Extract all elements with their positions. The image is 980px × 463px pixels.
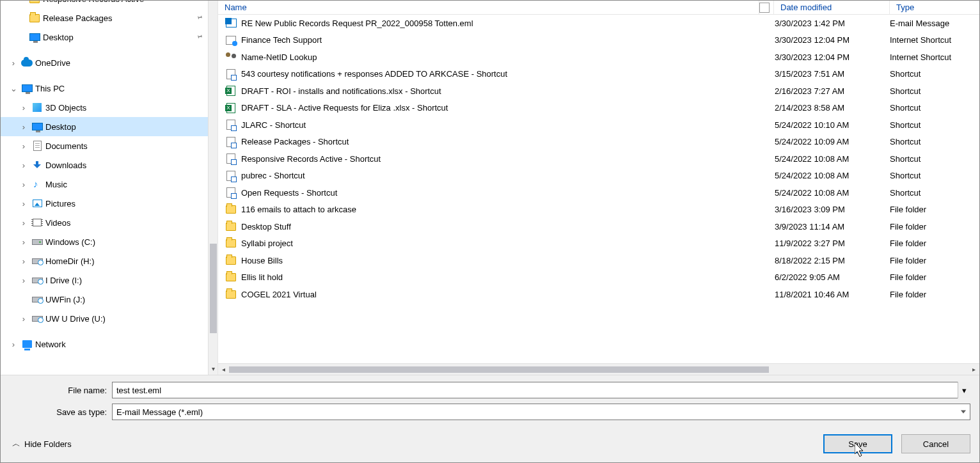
file-icon	[225, 271, 237, 284]
file-row[interactable]: Ellis lit hold6/2/2022 9:05 AMFile folde…	[218, 269, 979, 286]
tree-item-label: Music	[45, 180, 67, 189]
tree-item[interactable]: ›Documents	[1, 136, 209, 155]
file-row[interactable]: House Bills8/18/2022 2:15 PMFile folder	[218, 252, 979, 269]
column-header-name[interactable]: Name	[218, 3, 759, 12]
file-type: Shortcut	[890, 120, 979, 130]
file-date: 3/15/2023 7:51 AM	[775, 69, 890, 79]
chevron-down-icon[interactable]: ▾	[209, 364, 218, 373]
expand-chevron-icon[interactable]: ›	[19, 161, 29, 170]
expand-chevron-icon[interactable]: ›	[19, 180, 29, 189]
file-row[interactable]: 543 courtesy notifications + responses A…	[218, 66, 979, 83]
file-row[interactable]: Responsive Records Active - Shortcut5/24…	[218, 150, 979, 168]
file-row[interactable]: RE New Public Records Request PR_2022_00…	[218, 15, 979, 32]
file-row[interactable]: JLARC - Shortcut5/24/2022 10:10 AMShortc…	[218, 116, 979, 134]
tree-item[interactable]: ›Downloads	[1, 155, 209, 175]
tree-item[interactable]: ›Videos	[1, 213, 209, 232]
file-row[interactable]: Release Packages - Shortcut5/24/2022 10:…	[218, 134, 979, 151]
filename-input[interactable]	[112, 382, 970, 398]
save-button[interactable]: Save	[823, 434, 892, 453]
file-type: File folder	[890, 256, 979, 265]
quick-access-item[interactable]: Release Packages	[1, 8, 209, 27]
tree-item[interactable]: ›Network	[1, 334, 209, 354]
monitor-icon	[29, 33, 40, 41]
expand-chevron-icon[interactable]: ›	[19, 314, 29, 324]
tree-item[interactable]: ›I Drive (I:)	[1, 271, 209, 290]
expand-chevron-icon[interactable]: ⌄	[8, 84, 19, 93]
file-row[interactable]: 116 emails to attach to arkcase3/16/2023…	[218, 201, 979, 219]
tree-item[interactable]: ›Desktop	[1, 117, 209, 136]
sidebar-scrollbar-thumb[interactable]	[210, 244, 217, 333]
savetype-combobox[interactable]: E-mail Message (*.eml)	[112, 404, 970, 420]
tree-item-label: Windows (C:)	[45, 237, 95, 247]
tree-item[interactable]: ›UW U Drive (U:)	[1, 309, 209, 328]
file-row[interactable]: Open Requests - Shortcut5/24/2022 10:08 …	[218, 184, 979, 201]
file-name: DRAFT - SLA - Active Requests for Eliza …	[241, 103, 775, 113]
expand-chevron-icon[interactable]: ›	[19, 276, 29, 285]
file-date: 5/24/2022 10:10 AM	[775, 120, 890, 130]
expand-chevron-icon[interactable]: ›	[19, 141, 29, 151]
expand-chevron-icon[interactable]: ›	[19, 218, 29, 228]
expand-chevron-icon[interactable]: ›	[8, 340, 19, 349]
cancel-button[interactable]: Cancel	[901, 434, 970, 453]
file-type: Shortcut	[890, 154, 979, 164]
lnk-icon	[226, 171, 235, 181]
tree-item[interactable]: ›HomeDir (H:)	[1, 251, 209, 271]
hscrollbar-thumb[interactable]	[229, 366, 769, 373]
file-name: Finance Tech Support	[241, 35, 775, 45]
file-row[interactable]: DRAFT - ROI - installs and notifications…	[218, 82, 979, 100]
file-row[interactable]: DRAFT - SLA - Active Requests for Eliza …	[218, 100, 979, 117]
tree-item[interactable]: ›Pictures	[1, 194, 209, 213]
filename-dropdown-icon[interactable]: ▾	[958, 382, 970, 398]
hide-folders-toggle[interactable]: ︿ Hide Folders	[12, 438, 72, 450]
chevron-right-icon[interactable]: ▸	[968, 366, 979, 373]
file-type: Shortcut	[890, 86, 979, 96]
expand-chevron-icon[interactable]: ›	[19, 103, 29, 113]
expand-chevron-icon[interactable]: ›	[19, 199, 29, 208]
file-row[interactable]: pubrec - Shortcut5/24/2022 10:08 AMShort…	[218, 168, 979, 185]
tree-item[interactable]: ⌄This PC	[1, 79, 209, 98]
expand-chevron-icon[interactable]: ›	[19, 122, 29, 132]
tree-item-label: HomeDir (H:)	[45, 256, 95, 266]
file-row[interactable]: COGEL 2021 Virtual11/8/2021 10:46 AMFile…	[218, 286, 979, 303]
file-row[interactable]: Name-NetID Lookup3/30/2023 12:04 PMInter…	[218, 49, 979, 66]
tree-item[interactable]: ›UWFin (J:)	[1, 290, 209, 309]
file-name: Desktop Stuff	[241, 222, 775, 231]
column-header-date[interactable]: Date modified	[774, 3, 889, 12]
expand-chevron-icon[interactable]: ›	[19, 237, 29, 247]
file-row[interactable]: Finance Tech Support3/30/2023 12:04 PMIn…	[218, 32, 979, 49]
tree-item[interactable]: ›OneDrive	[1, 53, 209, 72]
file-name: COGEL 2021 Virtual	[241, 290, 775, 299]
file-name: Syllabi project	[241, 239, 775, 248]
quick-access-item[interactable]: Desktop	[1, 27, 209, 47]
pin-icon	[196, 1, 203, 4]
sidebar-scrollbar-track[interactable]	[209, 1, 218, 364]
tree-item[interactable]: ›Windows (C:)	[1, 232, 209, 251]
chevron-left-icon[interactable]: ◂	[218, 366, 229, 373]
tree-item-label: UW U Drive (U:)	[45, 314, 106, 324]
file-type: Shortcut	[890, 69, 979, 79]
sidebar-scrollbar[interactable]: ▾	[208, 1, 217, 375]
file-type: File folder	[890, 272, 979, 282]
tree-item[interactable]: ›♪Music	[1, 175, 209, 194]
file-date: 5/24/2022 10:08 AM	[775, 171, 890, 180]
file-icon	[225, 220, 237, 233]
lnk-icon	[226, 69, 235, 79]
hscrollbar-track[interactable]	[229, 365, 968, 374]
expand-chevron-icon[interactable]: ›	[19, 256, 29, 266]
expand-chevron-icon[interactable]: ›	[8, 58, 19, 68]
file-list[interactable]: RE New Public Records Request PR_2022_00…	[218, 15, 979, 363]
tree-item-label: Desktop	[45, 122, 76, 132]
file-icon	[225, 118, 237, 131]
column-header-type[interactable]: Type	[890, 3, 979, 12]
file-list-hscrollbar[interactable]: ◂ ▸	[218, 363, 979, 375]
file-type: Shortcut	[890, 137, 979, 146]
select-all-checkbox[interactable]	[759, 3, 770, 13]
quick-access-item[interactable]: Responsive Records Active	[1, 1, 209, 8]
tree-item[interactable]: ›3D Objects	[1, 98, 209, 117]
xls-icon	[226, 86, 235, 96]
file-row[interactable]: Desktop Stuff3/9/2023 11:14 AMFile folde…	[218, 218, 979, 235]
chevron-up-icon: ︿	[12, 438, 20, 450]
file-date: 11/9/2022 3:27 PM	[775, 239, 890, 248]
file-row[interactable]: Syllabi project11/9/2022 3:27 PMFile fol…	[218, 235, 979, 253]
folder-icon	[226, 290, 236, 299]
